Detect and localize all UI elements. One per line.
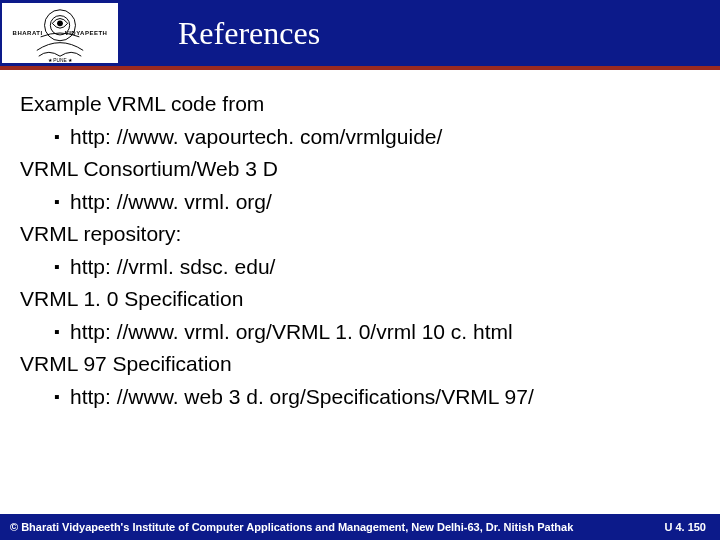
- footer-page-number: U 4. 150: [664, 521, 706, 533]
- footer-attribution: © Bharati Vidyapeeth's Institute of Comp…: [10, 521, 573, 533]
- svg-text:★ PUNE ★: ★ PUNE ★: [48, 58, 73, 63]
- logo-text-right: VIDYAPEETH: [65, 30, 108, 36]
- reference-label: VRML repository:: [20, 218, 696, 251]
- slide-root: ★ PUNE ★ BHARATI VIDYAPEETH References E…: [0, 0, 720, 540]
- logo-text-wrap: BHARATI VIDYAPEETH: [13, 30, 108, 36]
- reference-label: VRML 1. 0 Specification: [20, 283, 696, 316]
- slide-body: Example VRML code from http: //www. vapo…: [0, 70, 720, 514]
- logo-text-left: BHARATI: [13, 30, 43, 36]
- reference-label: VRML Consortium/Web 3 D: [20, 153, 696, 186]
- slide-footer: © Bharati Vidyapeeth's Institute of Comp…: [0, 514, 720, 540]
- institution-logo: ★ PUNE ★ BHARATI VIDYAPEETH: [0, 1, 120, 65]
- svg-point-2: [57, 20, 63, 26]
- slide-header: ★ PUNE ★ BHARATI VIDYAPEETH References: [0, 0, 720, 66]
- slide-title: References: [178, 15, 320, 52]
- reference-label: VRML 97 Specification: [20, 348, 696, 381]
- reference-url: http: //www. vapourtech. com/vrmlguide/: [20, 121, 696, 154]
- reference-url: http: //vrml. sdsc. edu/: [20, 251, 696, 284]
- reference-url: http: //www. vrml. org/VRML 1. 0/vrml 10…: [20, 316, 696, 349]
- reference-url: http: //www. web 3 d. org/Specifications…: [20, 381, 696, 414]
- reference-label: Example VRML code from: [20, 88, 696, 121]
- reference-url: http: //www. vrml. org/: [20, 186, 696, 219]
